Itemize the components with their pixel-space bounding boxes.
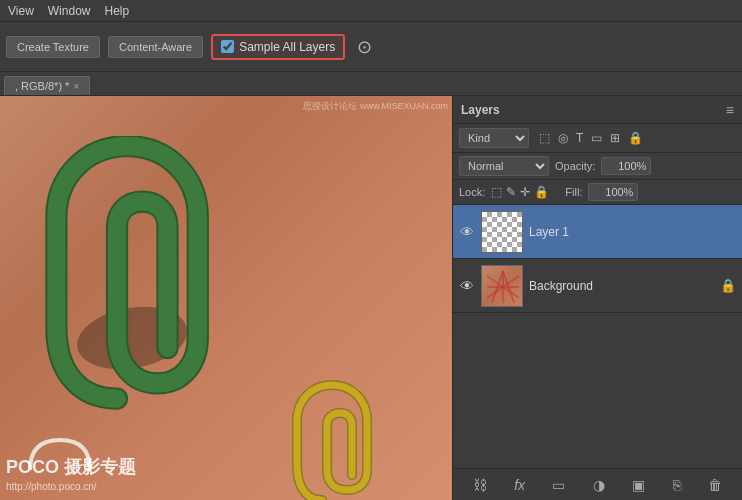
kind-adjustment-icon[interactable]: ◎ (556, 130, 570, 146)
lock-fill-row: Lock: ⬚ ✎ ✛ 🔒 Fill: 100% (453, 180, 742, 205)
top-right-watermark: 思授设计论坛 www.MISEXUAN.com (303, 100, 448, 113)
canvas-background: 思授设计论坛 www.MISEXUAN.com POCO 摄影专题 http:/… (0, 96, 452, 500)
blend-mode-dropdown[interactable]: Normal (459, 156, 549, 176)
brush-icon: ⊙ (357, 36, 372, 58)
layer-name: Layer 1 (529, 225, 736, 239)
canvas-tab[interactable]: , RGB/8*) * × (4, 76, 90, 95)
lock-label: Lock: (459, 186, 485, 198)
layers-panel-title: Layers (461, 103, 500, 117)
background-lock-icon: 🔒 (720, 278, 736, 293)
sample-all-layers-checkbox[interactable] (221, 40, 234, 53)
kind-shape-icon[interactable]: ▭ (589, 130, 604, 146)
menu-window[interactable]: Window (48, 4, 91, 18)
create-texture-button[interactable]: Create Texture (6, 36, 100, 58)
lock-checkerboard-icon[interactable]: ⬚ (491, 185, 502, 199)
kind-smart-icon[interactable]: ⊞ (608, 130, 622, 146)
url-text: http://photo.poco.cn/ (6, 480, 136, 494)
fill-value[interactable]: 100% (588, 183, 638, 201)
layer-visibility-icon[interactable]: 👁 (459, 278, 475, 294)
lock-all-icon[interactable]: 🔒 (534, 185, 549, 199)
blend-opacity-row: Normal Opacity: 100% (453, 153, 742, 180)
delete-layer-button[interactable]: 🗑 (704, 475, 726, 495)
toolbar: Create Texture Content-Aware Sample All … (0, 22, 742, 72)
wire-svg (20, 400, 100, 480)
layer-thumbnail (481, 211, 523, 253)
layers-menu-icon[interactable]: ≡ (726, 102, 734, 118)
layer-row[interactable]: 👁 Background 🔒 (453, 259, 742, 313)
content-aware-button[interactable]: Content-Aware (108, 36, 203, 58)
opacity-label: Opacity: (555, 160, 595, 172)
lock-brush-icon[interactable]: ✎ (506, 185, 516, 199)
layers-header: Layers ≡ (453, 96, 742, 124)
layers-bottom-toolbar: ⛓ fx ▭ ◑ ▣ ⎘ 🗑 (453, 468, 742, 500)
menu-help[interactable]: Help (104, 4, 129, 18)
kind-icons: ⬚ ◎ T ▭ ⊞ 🔒 (537, 130, 645, 146)
kind-dropdown[interactable]: Kind (459, 128, 529, 148)
sample-all-layers-label: Sample All Layers (239, 40, 335, 54)
layer-visibility-icon[interactable]: 👁 (459, 224, 475, 240)
new-group-button[interactable]: ▣ (628, 475, 649, 495)
kind-lock-icon[interactable]: 🔒 (626, 130, 645, 146)
layer-row[interactable]: 👁 Layer 1 (453, 205, 742, 259)
layer-name: Background (529, 279, 714, 293)
fx-button[interactable]: fx (510, 475, 529, 495)
layers-kind-row: Kind ⬚ ◎ T ▭ ⊞ 🔒 (453, 124, 742, 153)
add-mask-button[interactable]: ▭ (548, 475, 569, 495)
link-layers-button[interactable]: ⛓ (469, 475, 491, 495)
lock-move-icon[interactable]: ✛ (520, 185, 530, 199)
tab-close-button[interactable]: × (73, 81, 79, 92)
tab-label: , RGB/8*) * (15, 80, 69, 92)
yellow-clip-svg (292, 380, 452, 500)
new-adjustment-button[interactable]: ◑ (589, 475, 609, 495)
menu-view[interactable]: View (8, 4, 34, 18)
layers-list: 👁 Layer 1 👁 Ba (453, 205, 742, 468)
sample-all-layers-group: Sample All Layers (211, 34, 345, 60)
kind-pixel-icon[interactable]: ⬚ (537, 130, 552, 146)
layers-panel: Layers ≡ Kind ⬚ ◎ T ▭ ⊞ 🔒 Normal Opacity… (452, 96, 742, 500)
fill-label: Fill: (565, 186, 582, 198)
menu-bar: View Window Help (0, 0, 742, 22)
kind-type-icon[interactable]: T (574, 130, 585, 146)
new-layer-button[interactable]: ⎘ (669, 475, 685, 495)
main-area: 思授设计论坛 www.MISEXUAN.com POCO 摄影专题 http:/… (0, 96, 742, 500)
layer-thumbnail (481, 265, 523, 307)
canvas-area[interactable]: 思授设计论坛 www.MISEXUAN.com POCO 摄影专题 http:/… (0, 96, 452, 500)
opacity-value[interactable]: 100% (601, 157, 651, 175)
tab-row: , RGB/8*) * × (0, 72, 742, 96)
